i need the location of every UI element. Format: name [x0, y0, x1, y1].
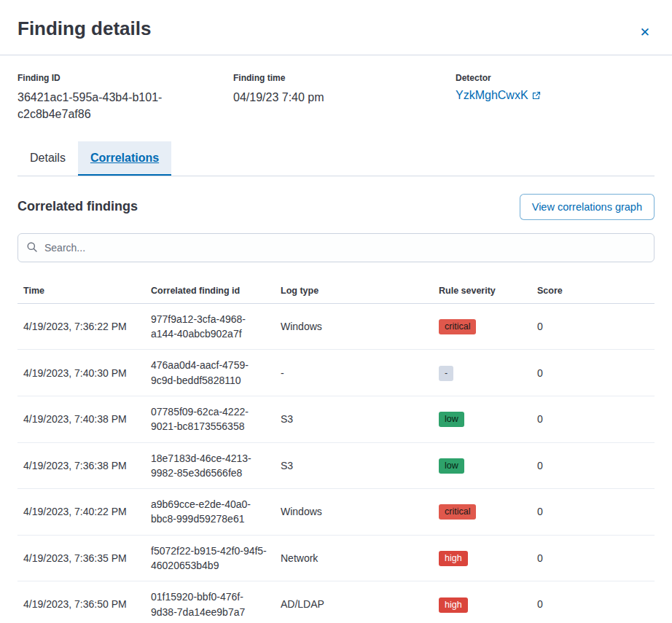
table-row[interactable]: 4/19/2023, 7:36:22 PM 977f9a12-3cfa-4968… — [17, 303, 655, 350]
severity-badge: low — [439, 458, 464, 474]
cell-rule-severity: critical — [433, 489, 531, 536]
cell-correlated-finding-id: a9b69cce-e2de-40a0-bbc8-999d59278e61 — [145, 489, 275, 536]
cell-rule-severity: critical — [433, 303, 531, 350]
detector-block: Detector YzkMghCwxK — [456, 73, 655, 122]
tab-correlations[interactable]: Correlations — [78, 141, 171, 175]
column-header: Score — [531, 278, 655, 304]
cell-score: 0 — [531, 303, 655, 350]
view-correlations-graph-button[interactable]: View correlations graph — [520, 194, 655, 220]
severity-badge: high — [439, 597, 468, 613]
detector-label: Detector — [456, 73, 655, 83]
column-header: Correlated finding id — [145, 278, 275, 304]
finding-time-block: Finding time 04/19/23 7:40 pm — [233, 73, 456, 122]
search-bar — [17, 233, 655, 262]
cell-score: 0 — [531, 535, 655, 581]
cell-correlated-finding-id: f5072f22-b915-42f0-94f5-46020653b4b9 — [145, 535, 275, 581]
page-title: Finding details — [17, 17, 151, 40]
findings-table-body: 4/19/2023, 7:36:22 PM 977f9a12-3cfa-4968… — [17, 303, 655, 623]
severity-badge: low — [439, 412, 464, 427]
search-icon — [26, 241, 38, 253]
severity-badge: critical — [439, 504, 476, 520]
search-input[interactable] — [17, 233, 655, 262]
tab-details[interactable]: Details — [17, 141, 78, 175]
cell-rule-severity: high — [433, 535, 531, 581]
cell-rule-severity: - — [433, 350, 531, 396]
cell-time: 4/19/2023, 7:36:50 PM — [17, 581, 145, 623]
cell-score: 0 — [531, 350, 655, 396]
column-header: Time — [17, 278, 145, 304]
correlated-findings-table: TimeCorrelated finding idLog typeRule se… — [17, 278, 655, 623]
detector-link-text: YzkMghCwxK — [456, 89, 528, 102]
cell-score: 0 — [531, 489, 655, 536]
cell-correlated-finding-id: 07785f09-62ca-4222-9021-bc8173556358 — [145, 396, 275, 442]
finding-id-block: Finding ID 36421ac1-595a-43b4-b101-c2c8b… — [17, 73, 233, 122]
cell-time: 4/19/2023, 7:40:38 PM — [17, 396, 145, 442]
cell-score: 0 — [531, 442, 655, 489]
cell-time: 4/19/2023, 7:36:35 PM — [17, 535, 145, 581]
cell-log-type: Network — [275, 535, 433, 581]
severity-badge: high — [439, 551, 468, 566]
severity-badge: - — [439, 366, 453, 381]
cell-rule-severity: high — [433, 581, 531, 623]
cell-log-type: Windows — [275, 489, 433, 536]
cell-log-type: S3 — [275, 396, 433, 442]
cell-score: 0 — [531, 396, 655, 442]
column-header: Log type — [275, 278, 433, 304]
cell-time: 4/19/2023, 7:36:38 PM — [17, 442, 145, 489]
table-header-row: TimeCorrelated finding idLog typeRule se… — [17, 278, 655, 304]
external-link-icon — [532, 91, 541, 100]
cell-time: 4/19/2023, 7:40:22 PM — [17, 489, 145, 536]
tabs: Details Correlations — [17, 141, 655, 176]
cell-correlated-finding-id: 977f9a12-3cfa-4968-a144-40abcb902a7f — [145, 303, 275, 350]
cell-time: 4/19/2023, 7:40:30 PM — [17, 350, 145, 396]
cell-score: 0 — [531, 581, 655, 623]
table-row[interactable]: 4/19/2023, 7:40:22 PM a9b69cce-e2de-40a0… — [17, 489, 655, 536]
correlated-findings-header: Correlated findings View correlations gr… — [17, 194, 655, 220]
cell-correlated-finding-id: 18e7183d-46ce-4213-9982-85e3d6566fe8 — [145, 442, 275, 489]
finding-details-panel: Finding details ✕ Finding ID 36421ac1-59… — [0, 0, 672, 623]
cell-correlated-finding-id: 476aa0d4-aacf-4759-9c9d-beddf5828110 — [145, 350, 275, 396]
section-title: Correlated findings — [17, 199, 138, 214]
cell-rule-severity: low — [433, 396, 531, 442]
cell-log-type: S3 — [275, 442, 433, 489]
finding-id-value: 36421ac1-595a-43b4-b101-c2c8b4e7af86 — [17, 89, 196, 122]
finding-time-label: Finding time — [233, 73, 456, 83]
cell-log-type: Windows — [275, 303, 433, 350]
column-header: Rule severity — [433, 278, 531, 304]
detector-link[interactable]: YzkMghCwxK — [456, 89, 541, 102]
panel-content: Finding ID 36421ac1-595a-43b4-b101-c2c8b… — [0, 55, 672, 623]
table-row[interactable]: 4/19/2023, 7:40:30 PM 476aa0d4-aacf-4759… — [17, 350, 655, 396]
cell-correlated-finding-id: 01f15920-bbf0-476f-9d38-7da14ee9b7a7 — [145, 581, 275, 623]
finding-time-value: 04/19/23 7:40 pm — [233, 89, 412, 106]
table-row[interactable]: 4/19/2023, 7:40:38 PM 07785f09-62ca-4222… — [17, 396, 655, 442]
cell-rule-severity: low — [433, 442, 531, 489]
table-row[interactable]: 4/19/2023, 7:36:38 PM 18e7183d-46ce-4213… — [17, 442, 655, 489]
cell-log-type: - — [275, 350, 433, 396]
table-row[interactable]: 4/19/2023, 7:36:35 PM f5072f22-b915-42f0… — [17, 535, 655, 581]
cell-time: 4/19/2023, 7:36:22 PM — [17, 303, 145, 350]
cell-log-type: AD/LDAP — [275, 581, 433, 623]
severity-badge: critical — [439, 319, 476, 334]
finding-id-label: Finding ID — [17, 73, 233, 83]
table-row[interactable]: 4/19/2023, 7:36:50 PM 01f15920-bbf0-476f… — [17, 581, 655, 623]
panel-header: Finding details ✕ — [0, 0, 672, 55]
close-icon[interactable]: ✕ — [636, 22, 655, 43]
finding-meta: Finding ID 36421ac1-595a-43b4-b101-c2c8b… — [17, 73, 655, 122]
